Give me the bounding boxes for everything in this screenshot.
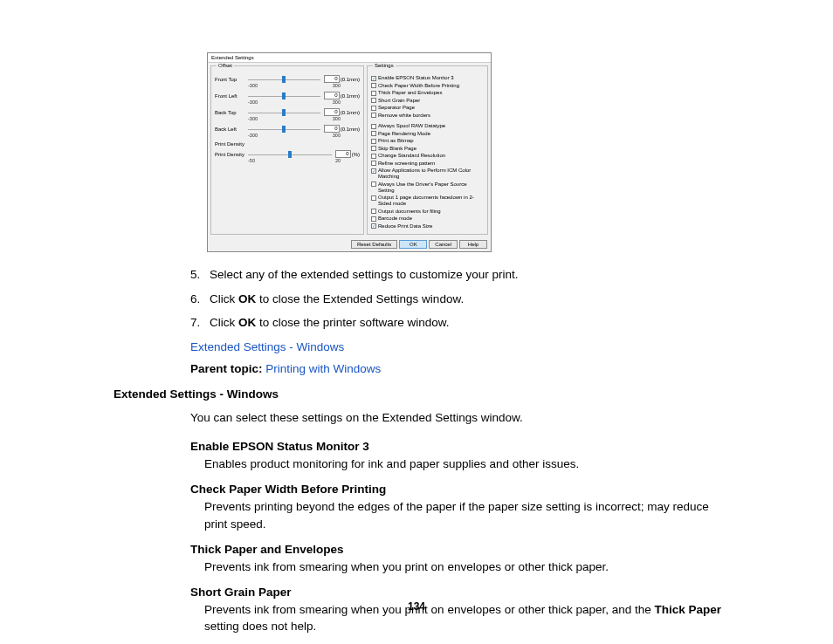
checkbox-label: Reduce Print Data Size <box>378 223 432 230</box>
checkbox-label: Remove white borders <box>378 113 430 119</box>
extended-settings-link[interactable]: Extended Settings - Windows <box>190 340 733 353</box>
cancel-button[interactable]: Cancel <box>429 240 458 249</box>
checkbox-label: Separator Page <box>378 105 415 111</box>
offset-value[interactable]: 0 <box>324 125 340 133</box>
checkbox[interactable] <box>371 131 376 136</box>
checkbox[interactable] <box>371 113 376 118</box>
checkbox[interactable] <box>371 154 376 159</box>
dialog-title: Extended Settings <box>208 53 491 63</box>
checkbox[interactable] <box>371 216 376 222</box>
offset-value[interactable]: 0 <box>324 92 340 99</box>
parent-topic-label: Parent topic: <box>190 362 265 375</box>
ok-button[interactable]: OK <box>399 240 427 249</box>
slider-label: Front Top <box>215 77 244 82</box>
definition-desc: Enables product monitoring for ink and p… <box>204 456 733 473</box>
checkbox[interactable]: ✓ <box>371 168 376 174</box>
help-button[interactable]: Help <box>459 240 487 249</box>
checkbox-label: Always Use the Driver's Paper Source Set… <box>378 182 484 194</box>
parent-topic-line: Parent topic: Printing with Windows <box>190 362 733 375</box>
checkbox-label: Output 1 page documents facedown in 2-Si… <box>378 195 484 207</box>
pd-min: -50 <box>248 158 255 163</box>
checkbox[interactable] <box>371 91 376 96</box>
checkbox[interactable] <box>371 139 376 144</box>
checkbox-label: Allow Applications to Perform ICM Color … <box>378 168 484 180</box>
pd-slider[interactable] <box>248 151 332 158</box>
instruction-step: 6.Click OK to close the Extended Setting… <box>190 291 733 308</box>
slider-label: Front Left <box>215 93 244 99</box>
reset-defaults-button[interactable]: Reset Defaults <box>351 240 397 249</box>
definition-desc: Prevents ink from smearing when you prin… <box>204 558 733 576</box>
offset-group-label: Offset <box>217 63 234 68</box>
pd-value[interactable]: 0 <box>335 150 351 158</box>
checkbox[interactable] <box>371 146 376 151</box>
checkbox[interactable] <box>371 182 376 187</box>
definition-term: Short Grain Paper <box>190 584 733 601</box>
offset-unit: (0.1mm) <box>341 77 360 82</box>
print-density-group: Print Density <box>215 141 360 147</box>
checkbox-label: Barcode mode <box>378 216 412 222</box>
extended-settings-screenshot: Extended Settings Offset Front Top0(0.1m… <box>207 52 733 252</box>
offset-unit: (0.1mm) <box>341 93 360 99</box>
instruction-step: 5.Select any of the extended settings to… <box>190 266 733 284</box>
offset-unit: (0.1mm) <box>341 127 360 132</box>
checkbox[interactable] <box>371 124 376 129</box>
instruction-steps: 5.Select any of the extended settings to… <box>190 266 733 332</box>
checkbox[interactable]: ✓ <box>371 223 376 229</box>
checkbox[interactable] <box>371 106 376 111</box>
checkbox-label: Print as Bitmap <box>378 138 414 144</box>
checkbox[interactable] <box>371 195 376 201</box>
definition-term: Thick Paper and Envelopes <box>190 541 733 558</box>
offset-unit: (0.1mm) <box>341 110 360 115</box>
pd-max: 20 <box>335 158 341 163</box>
definition-term: Enable EPSON Status Monitor 3 <box>190 438 733 456</box>
checkbox[interactable]: ✓ <box>371 76 376 81</box>
offset-slider[interactable] <box>248 126 320 133</box>
page-number: 134 <box>0 600 833 613</box>
offset-value[interactable]: 0 <box>324 108 340 116</box>
checkbox-label: Short Grain Paper <box>378 98 420 104</box>
checkbox[interactable] <box>371 209 376 214</box>
parent-topic-link[interactable]: Printing with Windows <box>265 362 381 375</box>
instruction-step: 7.Click OK to close the printer software… <box>190 314 733 332</box>
slider-label: Back Left <box>215 127 244 132</box>
slider-label: Back Top <box>215 110 244 115</box>
checkbox[interactable] <box>371 83 376 88</box>
definition-term: Check Paper Width Before Printing <box>190 481 733 498</box>
pd-unit: (%) <box>352 152 360 157</box>
checkbox-label: Skip Blank Page <box>378 146 416 152</box>
step-number: 7. <box>190 314 210 332</box>
offset-slider[interactable] <box>248 92 320 99</box>
settings-group-label: Settings <box>373 63 396 68</box>
checkbox-label: Check Paper Width Before Printing <box>378 83 459 89</box>
checkbox[interactable] <box>371 161 376 166</box>
checkbox-label: Change Standard Resolution <box>378 153 445 159</box>
step-number: 5. <box>190 266 210 284</box>
definitions-list: Enable EPSON Status Monitor 3Enables pro… <box>190 438 733 644</box>
definition-desc: Prevents printing beyond the edges of th… <box>204 498 733 532</box>
pd-label: Print Density <box>215 152 244 157</box>
section-heading: Extended Settings - Windows <box>114 387 733 401</box>
checkbox-label: Always Spool RAW Datatype <box>378 123 445 129</box>
checkbox-label: Enable EPSON Status Monitor 3 <box>378 75 454 81</box>
step-number: 6. <box>190 291 210 308</box>
checkbox-label: Thick Paper and Envelopes <box>378 90 442 96</box>
checkbox-label: Page Rendering Mode <box>378 131 430 137</box>
offset-value[interactable]: 0 <box>324 75 340 83</box>
section-intro: You can select these settings on the Ext… <box>190 409 733 427</box>
offset-slider[interactable] <box>248 76 320 83</box>
checkbox[interactable] <box>371 98 376 103</box>
checkbox-label: Output documents for filing <box>378 209 441 215</box>
offset-slider[interactable] <box>248 109 320 116</box>
checkbox-label: Refine screening pattern <box>378 161 435 167</box>
